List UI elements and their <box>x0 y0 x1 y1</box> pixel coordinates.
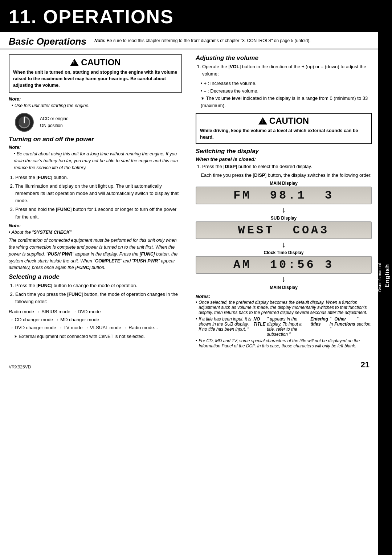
switching-display-heading: Switching the display <box>196 148 372 155</box>
adjusting-volume-heading: Adjusting the volume <box>196 54 372 62</box>
caution1-note: Note: • Use this unit after starting the… <box>9 96 182 109</box>
volume-bullets: + : Increases the volume. – : Decreases … <box>196 80 372 109</box>
caution-label-2: CAUTION <box>269 116 309 126</box>
turning-on-step-1: Press the [FUNC] button. <box>15 174 182 181</box>
notes-bottom-label: Notes: <box>196 294 372 299</box>
note-bottom-1: Once selected, the preferred display bec… <box>196 300 372 315</box>
footer-page: 21 <box>361 360 369 370</box>
switching-display-steps: Press the [DISP] button to select the de… <box>196 163 372 170</box>
power-label-1: ACC or engine <box>40 115 69 122</box>
side-tab: English Owner's manual <box>378 0 392 555</box>
selecting-mode-heading: Selecting a mode <box>9 273 182 281</box>
basic-ops-title: Basic Operations <box>9 36 89 47</box>
caution-box-1: CAUTION When the unit is turned on, star… <box>9 54 182 92</box>
main-display-label-2: MAIN Display <box>196 285 372 290</box>
caution-title-2: CAUTION <box>200 116 367 126</box>
turning-on-steps: Press the [FUNC] button. The illuminatio… <box>9 174 182 221</box>
vol-minus: – : Decreases the volume. <box>201 87 372 95</box>
note-bottom-3: For CD, MD and TV, some special characte… <box>196 338 372 348</box>
display-arrow-3: ↓ <box>196 274 372 284</box>
vol-star: The volume level indicated in the displa… <box>201 95 372 109</box>
turning-on-step-3: Press and hold the [FUNC] button for 1 s… <box>15 206 182 220</box>
display-arrow-2: ↓ <box>196 240 372 249</box>
side-tab-owners-label: Owner's manual <box>377 263 382 292</box>
left-column: CAUTION When the unit is turned on, star… <box>0 49 189 355</box>
power-icon-area: ACC or engine ON position <box>15 113 182 132</box>
turning-on-note2-label: Note: <box>9 223 182 228</box>
turning-on-note-label: Note: <box>9 144 182 150</box>
main-content: 11. OPERATIONS Basic Operations Note: Be… <box>0 0 378 373</box>
note-bottom-2: If a title has been input, it is shown i… <box>196 317 372 337</box>
display-section: MAIN Display FM 98.1 3 ↓ SUB Display WES… <box>196 181 372 290</box>
caution-title-1: CAUTION <box>13 57 178 68</box>
clock-display-value: AM 10:56 3 <box>233 258 334 272</box>
switching-step-1: Press the [DISP] button to select the de… <box>202 163 372 170</box>
caution-triangle-icon-2 <box>258 117 267 125</box>
turning-on-about: • About the "SYSTEM CHECK" <box>9 229 182 236</box>
selecting-mode-section: Selecting a mode Press the [FUNC] button… <box>9 273 182 340</box>
selecting-mode-steps: Press the [FUNC] button to change the mo… <box>9 282 182 305</box>
turning-on-heading: Turning on and off the power <box>9 136 182 143</box>
power-labels: ACC or engine ON position <box>40 115 69 129</box>
switching-display-section: Switching the display When the panel is … <box>196 148 372 348</box>
clock-display-label: Clock Time Display <box>196 250 372 255</box>
sub-display-label: SUB Display <box>196 216 372 221</box>
right-column: Adjusting the volume Operate the [VOL] b… <box>189 49 378 355</box>
display-arrow-1: ↓ <box>196 205 372 215</box>
caution-label-1: CAUTION <box>81 57 121 68</box>
turning-on-bullet-1: Be careful about using this unit for a l… <box>14 151 182 172</box>
adjusting-volume-section: Adjusting the volume Operate the [VOL] b… <box>196 54 372 109</box>
notes-bottom-section: Notes: Once selected, the preferred disp… <box>196 294 372 348</box>
footer-model: VRX925VD <box>9 364 31 370</box>
caution-box-2: CAUTION While driving, keep the volume a… <box>196 113 372 144</box>
turning-on-note-bullets: Be careful about using this unit for a l… <box>9 151 182 172</box>
power-label-2: ON position <box>40 122 69 129</box>
two-column-layout: CAUTION When the unit is turned on, star… <box>0 49 378 355</box>
vol-plus: + : Increases the volume. <box>201 80 372 87</box>
selecting-step-2: Each time you press the [FUNC] button, t… <box>15 291 182 305</box>
turning-on-note2-text: The confirmation of connected equipment … <box>9 237 182 271</box>
sub-display-box: WEST COA3 <box>196 221 372 239</box>
main-display-box: FM 98.1 3 <box>196 187 372 204</box>
turning-on-step-2: The illumination and display on the unit… <box>15 183 182 204</box>
basic-ops-note-text: Be sure to read this chapter referring t… <box>107 38 310 43</box>
caution1-note-label: Note: <box>9 96 182 102</box>
mode-chain: Radio mode → SIRIUS mode → DVD mode → CD… <box>9 308 182 332</box>
page-header: 11. OPERATIONS <box>0 0 378 32</box>
basic-ops-note: Note: Be sure to read this chapter refer… <box>94 36 310 44</box>
page-footer: VRX925VD 21 <box>0 358 378 373</box>
caution1-note-text: • Use this unit after starting the engin… <box>9 102 182 109</box>
turning-on-section: Turning on and off the power Note: Be ca… <box>9 136 182 271</box>
caution-triangle-icon-1 <box>70 59 79 66</box>
clock-display-box: AM 10:56 3 <box>196 256 372 274</box>
mode-chain-note: External equipment not connected with Ce… <box>9 333 182 340</box>
side-tab-english-label: English <box>384 264 391 287</box>
caution1-text: When the unit is turned on, starting and… <box>13 69 178 89</box>
switching-display-subheading: When the panel is closed: <box>196 156 372 162</box>
switching-step-1-sub: Each time you press the [DISP] button, t… <box>196 172 372 178</box>
power-icon <box>15 113 34 132</box>
main-display-label-1: MAIN Display <box>196 181 372 186</box>
basic-ops-header: Basic Operations Note: Be sure to read t… <box>0 32 378 49</box>
mode-chain-star-note: External equipment not connected with Ce… <box>14 333 182 340</box>
caution2-text: While driving, keep the volume at a leve… <box>200 127 367 140</box>
sub-display-value: WEST COA3 <box>238 224 329 237</box>
main-display-value: FM 98.1 3 <box>233 189 334 202</box>
basic-ops-note-prefix: Note: <box>94 38 106 43</box>
adjusting-volume-steps: Operate the [VOL] button in the directio… <box>196 63 372 78</box>
selecting-step-1: Press the [FUNC] button to change the mo… <box>15 282 182 289</box>
page-title: 11. OPERATIONS <box>9 7 369 27</box>
adjusting-step-1: Operate the [VOL] button in the directio… <box>202 63 372 78</box>
